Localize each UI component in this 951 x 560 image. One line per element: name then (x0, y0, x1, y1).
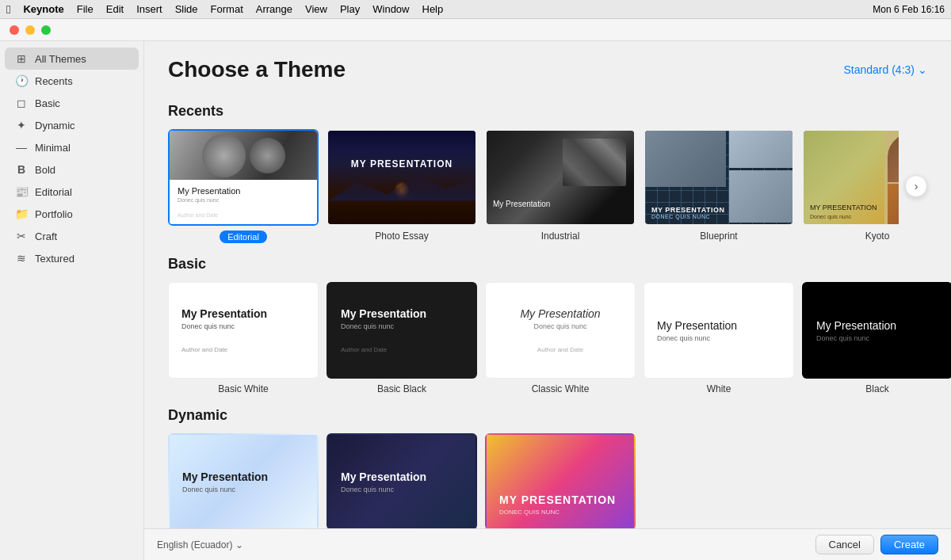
scroll-right-arrow[interactable]: › (905, 175, 927, 197)
theme-card-dynamic-dark[interactable]: My Presentation Donec quis nunc (327, 433, 477, 528)
window: ⊞ All Themes 🕐 Recents ◻ Basic ✦ Dynamic… (0, 19, 951, 560)
play-menu[interactable]: Play (340, 3, 360, 15)
window-menu[interactable]: Window (372, 3, 409, 15)
sidebar-item-all-themes[interactable]: ⊞ All Themes (5, 48, 139, 70)
chevron-down-icon: ⌄ (918, 63, 927, 76)
sidebar: ⊞ All Themes 🕐 Recents ◻ Basic ✦ Dynamic… (0, 41, 144, 560)
black-sub: Donec quis nunc (816, 334, 938, 342)
menubar-date: Mon 6 Feb 16:16 (873, 4, 945, 15)
theme-label-photo-essay: Photo Essay (375, 230, 428, 242)
theme-card-classic-white[interactable]: My Presentation Donec quis nunc Author a… (485, 282, 636, 394)
theme-thumb-basic-white[interactable]: My Presentation Donec quis nunc Author a… (168, 282, 319, 379)
content-area: Choose a Theme Standard (4:3) ⌄ Recents (144, 41, 951, 560)
theme-thumb-dynamic-dark[interactable]: My Presentation Donec quis nunc (327, 433, 477, 528)
basic-black-author: Author and Date (341, 346, 463, 353)
sidebar-label-textured: Textured (35, 253, 74, 265)
theme-card-photo-essay[interactable]: MY PRESENTATION Photo Essay (327, 129, 477, 243)
theme-thumb-basic-black[interactable]: My Presentation Donec quis nunc Author a… (327, 282, 477, 379)
theme-card-basic-black[interactable]: My Presentation Donec quis nunc Author a… (327, 282, 477, 394)
content-scroll[interactable]: Recents (144, 90, 951, 528)
language-label: English (Ecuador) (157, 539, 232, 550)
view-menu[interactable]: View (305, 3, 327, 15)
sidebar-label-editorial: Editorial (35, 186, 72, 198)
sidebar-item-bold[interactable]: B Bold (5, 158, 139, 181)
apple-menu[interactable]:  (6, 2, 10, 16)
sidebar-label-recents: Recents (35, 75, 73, 87)
format-menu[interactable]: Format (211, 3, 243, 15)
theme-card-editorial[interactable]: My Presentation Donec quis nunc Author a… (168, 129, 319, 243)
theme-label-basic-white: Basic White (218, 383, 268, 394)
classic-white-author: Author and Date (537, 346, 583, 353)
dynamic-dark-sub: Donec quis nunc (341, 486, 463, 493)
menubar-right: Mon 6 Feb 16:16 (873, 4, 945, 15)
textured-icon: ≋ (14, 251, 29, 265)
classic-white-sub: Donec quis nunc (533, 322, 586, 330)
theme-thumb-industrial[interactable]: My Presentation (485, 129, 636, 226)
theme-thumb-blueprint[interactable]: MY PRESENTATION DONEC QUIS NUNC (644, 129, 794, 226)
theme-thumb-dynamic-gradient[interactable]: MY PRESENTATION DONEC QUIS NUNC (485, 433, 636, 528)
selected-badge: Editorial (220, 230, 267, 243)
classic-white-title: My Presentation (520, 307, 600, 320)
portfolio-icon: 📁 (14, 207, 29, 221)
slide-menu[interactable]: Slide (175, 3, 198, 15)
language-selector[interactable]: English (Ecuador) ⌄ (157, 539, 243, 550)
theme-thumb-photo-essay[interactable]: MY PRESENTATION (327, 129, 477, 226)
aspect-ratio-button[interactable]: Standard (4:3) ⌄ (844, 63, 928, 76)
sidebar-item-portfolio[interactable]: 📁 Portfolio (5, 203, 139, 225)
create-button[interactable]: Create (880, 535, 938, 554)
theme-card-kyoto[interactable]: MY PRESENTATION Donec quis nunc Kyoto (802, 129, 899, 243)
file-menu[interactable]: File (77, 3, 94, 15)
dynamic-grid: My Presentation Donec quis nunc My Prese… (168, 433, 927, 528)
theme-card-white[interactable]: My Presentation Donec quis nunc White (644, 282, 794, 394)
sidebar-label-minimal: Minimal (35, 142, 71, 154)
theme-thumb-white[interactable]: My Presentation Donec quis nunc (644, 282, 794, 379)
help-menu[interactable]: Help (422, 3, 444, 15)
sidebar-item-recents[interactable]: 🕐 Recents (5, 70, 139, 92)
theme-card-basic-white[interactable]: My Presentation Donec quis nunc Author a… (168, 282, 319, 394)
theme-label-black: Black (865, 383, 888, 394)
theme-card-black[interactable]: My Presentation Donec quis nunc Black (802, 282, 951, 394)
dynamic-light-sub: Donec quis nunc (182, 486, 304, 493)
theme-label-classic-white: Classic White (532, 383, 590, 394)
grid-icon: ⊞ (14, 51, 29, 66)
minimize-button[interactable] (25, 25, 35, 35)
close-button[interactable] (10, 25, 19, 35)
basic-white-title: My Presentation (181, 307, 305, 320)
square-icon: ◻ (14, 96, 29, 110)
fullscreen-button[interactable] (41, 25, 51, 35)
sidebar-item-basic[interactable]: ◻ Basic (5, 92, 139, 114)
recents-section: My Presentation Donec quis nunc Author a… (168, 129, 927, 243)
content-header: Choose a Theme Standard (4:3) ⌄ (144, 41, 951, 90)
sparkle-icon: ✦ (14, 118, 29, 132)
cancel-button[interactable]: Cancel (815, 535, 874, 554)
theme-label-basic-black: Basic Black (377, 383, 426, 394)
sidebar-item-textured[interactable]: ≋ Textured (5, 247, 139, 269)
theme-card-blueprint[interactable]: MY PRESENTATION DONEC QUIS NUNC Blueprin… (644, 129, 794, 243)
theme-thumb-classic-white[interactable]: My Presentation Donec quis nunc Author a… (485, 282, 636, 379)
theme-label-kyoto: Kyoto (865, 230, 890, 242)
page-title: Choose a Theme (168, 57, 346, 82)
recents-grid: My Presentation Donec quis nunc Author a… (168, 129, 899, 243)
basic-section-title: Basic (168, 256, 927, 272)
sidebar-item-minimal[interactable]: — Minimal (5, 136, 139, 158)
dynamic-light-title: My Presentation (182, 470, 304, 483)
theme-label-white: White (707, 383, 731, 394)
insert-menu[interactable]: Insert (136, 3, 162, 15)
sidebar-item-dynamic[interactable]: ✦ Dynamic (5, 114, 139, 136)
theme-card-industrial[interactable]: My Presentation Industrial (485, 129, 636, 243)
theme-thumb-black[interactable]: My Presentation Donec quis nunc (802, 282, 951, 379)
footer-buttons: Cancel Create (815, 535, 939, 554)
theme-card-dynamic-gradient[interactable]: MY PRESENTATION DONEC QUIS NUNC (485, 433, 636, 528)
sidebar-item-editorial[interactable]: 📰 Editorial (5, 181, 139, 203)
theme-thumb-kyoto[interactable]: MY PRESENTATION Donec quis nunc (802, 129, 899, 226)
app-menu[interactable]: Keynote (23, 3, 63, 15)
clock-icon: 🕐 (14, 74, 29, 88)
edit-menu[interactable]: Edit (106, 3, 124, 15)
basic-white-sub: Donec quis nunc (181, 322, 305, 330)
arrange-menu[interactable]: Arrange (256, 3, 292, 15)
sidebar-item-craft[interactable]: ✂ Craft (5, 225, 139, 247)
theme-thumb-editorial[interactable]: My Presentation Donec quis nunc Author a… (168, 129, 319, 226)
theme-thumb-dynamic-light[interactable]: My Presentation Donec quis nunc (168, 433, 319, 528)
editorial-icon: 📰 (14, 185, 29, 199)
theme-card-dynamic-light[interactable]: My Presentation Donec quis nunc (168, 433, 319, 528)
